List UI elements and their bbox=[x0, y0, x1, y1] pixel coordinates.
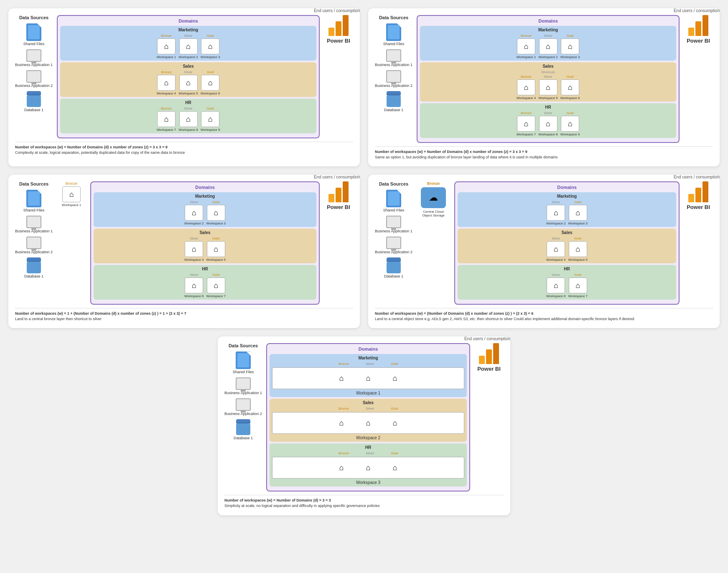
ds-biz-app2-3: Business Application 2 bbox=[15, 237, 53, 254]
workspace-item: Gold ⌂ Workspace 3 bbox=[568, 200, 588, 225]
shared-files-icon-3 bbox=[26, 190, 41, 207]
ds-db1-4: Database 1 bbox=[384, 257, 403, 278]
monitor-icon-4 bbox=[386, 70, 401, 83]
diagram-option2: End users / consumption Data Sources Sha… bbox=[368, 8, 720, 166]
monitor-icon-3 bbox=[386, 49, 401, 62]
domains-box-2: Domains Marketing Bronze ⌂ Workspace 1 S… bbox=[417, 15, 680, 143]
marketing-title-4: Marketing bbox=[460, 194, 674, 199]
marketing-workspaces-2: Bronze ⌂ Workspace 1 Silver ⌂ Workspace … bbox=[423, 34, 674, 59]
workspace-icon: ⌂ bbox=[386, 415, 404, 431]
hr-ws5: Bronze Silver Gold ⌂ ⌂ ⌂ Workspace 3 bbox=[272, 451, 464, 485]
workspace-icon: ⌂ bbox=[185, 205, 203, 221]
workspace-icon: ⌂ bbox=[517, 116, 535, 132]
workspace-item: Gold ⌂ Workspace 5 bbox=[568, 237, 588, 262]
data-sources-2: Data Sources Shared Files Business Appli… bbox=[375, 15, 412, 112]
cloud-icon-4: ☁ bbox=[421, 187, 446, 208]
bar1 bbox=[328, 28, 334, 36]
shared-files-icon-1 bbox=[26, 23, 41, 41]
workspace-icon: ⌂ bbox=[539, 38, 557, 54]
hr-section-4: HR Silver ⌂ Workspace 6 Gold ⌂ Workspace… bbox=[458, 265, 676, 300]
monitor-icon-6 bbox=[26, 237, 41, 249]
workspace-item: Silver ⌂ Workspace 5 bbox=[178, 70, 198, 95]
sales-icons-row-5: ⌂ ⌂ ⌂ bbox=[272, 412, 464, 434]
workspace-icon: ⌂ bbox=[539, 79, 557, 95]
workspace-icon: ⌂ bbox=[517, 79, 535, 95]
caption-bold-1: Number of workspaces (w) = Number of Dom… bbox=[15, 145, 168, 149]
sales-ws5: Bronze Silver Gold ⌂ ⌂ ⌂ Workspace 2 bbox=[272, 407, 464, 440]
end-users-label-4: End users / consumption bbox=[674, 175, 720, 179]
hr-workspaces-1: Bronze ⌂ Workspace 7 Silver ⌂ Workspace … bbox=[63, 107, 314, 132]
marketing-title-5: Marketing bbox=[272, 356, 464, 360]
powerbi-label-2: Power BI bbox=[687, 38, 710, 44]
ds-db1-5: Database 1 bbox=[234, 419, 253, 440]
workspace-item: Silver ⌂ Workspace 5 bbox=[538, 75, 558, 100]
data-sources-1: Data Sources Shared Files Business Appli… bbox=[15, 15, 53, 112]
diagram-inner-2: Data Sources Shared Files Business Appli… bbox=[375, 15, 713, 143]
diagram-option3: End users / consumption Data Sources Sha… bbox=[8, 175, 360, 328]
ds-title-1: Data Sources bbox=[19, 15, 48, 20]
db-icon-4 bbox=[387, 257, 401, 273]
workspace-icon: ⌂ bbox=[179, 111, 198, 127]
caption-bold-2: Number of workspaces (w) = Number of Dom… bbox=[375, 150, 527, 154]
marketing-workspaces-3: Silver ⌂ Workspace 2 Gold ⌂ Workspace 3 bbox=[96, 200, 314, 225]
data-sources-5: Data Sources Shared Files Business Appli… bbox=[224, 343, 262, 440]
workspace-item: Gold ⌂ Workspace 6 bbox=[560, 75, 580, 100]
workspace1-icon-3: ⌂ bbox=[62, 186, 81, 202]
workspace-item: Gold ⌂ Workspace 6 bbox=[201, 70, 220, 95]
shared-files-icon-4 bbox=[386, 190, 401, 207]
ds-biz-app1-3: Business Application 1 bbox=[15, 216, 53, 233]
workspace-icon: ⌂ bbox=[359, 415, 377, 431]
hr-zone-labels-5: Bronze Silver Gold bbox=[339, 451, 398, 455]
ds-shared-files-1: Shared Files bbox=[23, 23, 45, 46]
powerbi-bars-5 bbox=[479, 343, 499, 364]
workspace-item: Silver ⌂ Workspace 6 bbox=[546, 273, 566, 298]
marketing-ws5: Bronze Silver Gold ⌂ ⌂ ⌂ Workspace 1 bbox=[272, 362, 464, 395]
monitor-icon-10 bbox=[236, 398, 251, 411]
bronze-central-3: Bronze ⌂ Workspace 1 bbox=[57, 181, 86, 207]
monitor-icon-7 bbox=[386, 216, 401, 228]
workspace-item: Bronze ⌂ Workspace 7 bbox=[157, 107, 176, 132]
workspace-icon: ⌂ bbox=[332, 460, 351, 476]
diagram-option1: End users / consumption Data Sources Sha… bbox=[8, 8, 360, 166]
hr-title-5: HR bbox=[272, 445, 464, 450]
workspace-icon: ⌂ bbox=[179, 75, 198, 91]
marketing-title-1: Marketing bbox=[63, 28, 314, 32]
workspace-icon: ⌂ bbox=[157, 38, 176, 54]
workspace-icon: ⌂ bbox=[179, 38, 198, 54]
bar1 bbox=[688, 194, 694, 202]
powerbi-section-5: Power BI bbox=[474, 343, 504, 372]
marketing-section-2: Marketing Bronze ⌂ Workspace 1 Silver ⌂ … bbox=[420, 26, 676, 61]
central-cloud-label-4: Central CloudObject Storage bbox=[422, 210, 444, 217]
bar1 bbox=[479, 356, 485, 364]
central-cloud-4: Bronze ☁ Central CloudObject Storage bbox=[417, 181, 450, 217]
ds-shared-files-4: Shared Files bbox=[383, 190, 405, 212]
powerbi-bars-4 bbox=[688, 181, 708, 202]
sales-section-1: Sales Bronze ⌂ Workspace 4 Silver ⌂ Work… bbox=[60, 62, 316, 97]
workspace-item: Silver ⌂ Workspace 2 bbox=[178, 34, 198, 59]
workspace-item: Silver ⌂ Workspace 8 bbox=[178, 107, 198, 132]
workspace-icon: ⌂ bbox=[547, 278, 565, 293]
ds-shared-files-5: Shared Files bbox=[233, 351, 254, 374]
diagram-option4: End users / consumption Data Sources Sha… bbox=[368, 175, 720, 328]
diagram-inner-4: Data Sources Shared Files Business Appli… bbox=[375, 181, 713, 305]
mkt-icons-row-5: ⌂ ⌂ ⌂ bbox=[272, 367, 464, 389]
sales-workspaces-1: Bronze ⌂ Workspace 4 Silver ⌂ Workspace … bbox=[63, 70, 314, 95]
hr-workspaces-3: Silver ⌂ Workspace 6 Gold ⌂ Workspace 7 bbox=[96, 273, 314, 298]
hr-title-1: HR bbox=[63, 100, 314, 105]
ds-db1-1: Database 1 bbox=[24, 91, 43, 112]
workspace-item: Gold ⌂ Workspace 5 bbox=[206, 237, 226, 262]
caption-3: Number of workspaces (w) = 1 + (Number o… bbox=[15, 308, 353, 321]
mkt-zone-labels-5: Bronze Silver Gold bbox=[339, 362, 398, 366]
workspace-icon: ⌂ bbox=[569, 241, 587, 257]
workspace-item: Gold ⌂ Workspace 7 bbox=[568, 273, 588, 298]
bar3 bbox=[493, 343, 499, 364]
workspace-icon: ⌂ bbox=[569, 205, 587, 221]
sales-section-5: Sales Bronze Silver Gold ⌂ ⌂ ⌂ Workspace bbox=[270, 399, 467, 442]
workspace-name-5-2: Workspace 2 bbox=[356, 435, 380, 440]
caption-normal-1: Complexity at scale, logical separation,… bbox=[15, 150, 185, 155]
powerbi-section-2: Power BI bbox=[684, 15, 713, 44]
workspace-item: Bronze ⌂ Workspace 4 bbox=[517, 75, 536, 100]
caption-4: Number of workspaces (w) = (Number of Do… bbox=[375, 308, 713, 321]
domains-box-3: Domains Marketing Silver ⌂ Workspace 2 G… bbox=[90, 181, 320, 305]
monitor-icon-9 bbox=[236, 377, 251, 390]
